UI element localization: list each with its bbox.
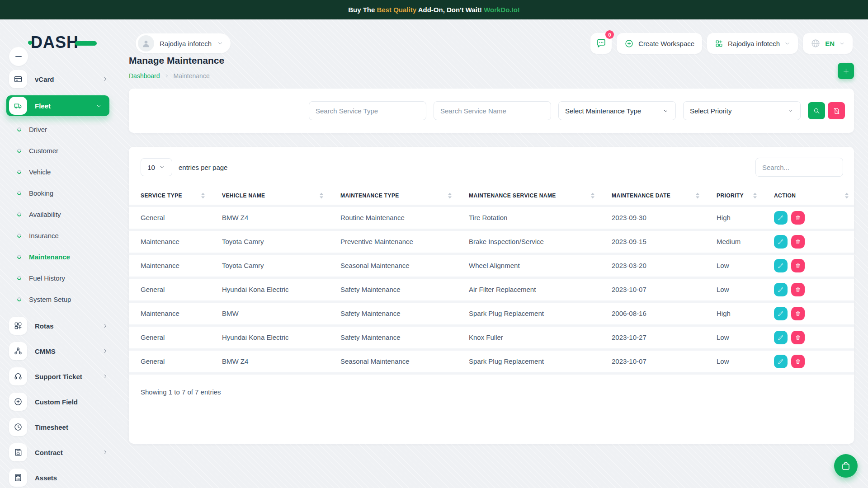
app-logo[interactable]: DASH (28, 34, 97, 51)
bullet-icon (16, 296, 22, 302)
filter-actions (808, 102, 845, 119)
table-body: GeneralBMW Z4Routine MaintenanceTire Rot… (129, 206, 854, 373)
sidebar-item-label: CMMS (35, 347, 56, 355)
add-maintenance-button[interactable] (838, 63, 854, 79)
sidebar-subitem-availability[interactable]: Availability (0, 204, 116, 225)
cell-service-type: Maintenance (129, 253, 210, 277)
cell-maintenance-date: 2023-09-30 (600, 206, 705, 230)
sidebar-item-assets[interactable]: Assets (0, 469, 116, 487)
cell-priority: Low (705, 325, 762, 349)
sidebar-item-support-ticket[interactable]: Support Ticket (0, 367, 116, 385)
sidebar-subitem-system-setup[interactable]: System Setup (0, 289, 116, 310)
cell-maintenance-date: 2023-03-20 (600, 253, 705, 277)
col-action[interactable]: ACTION (762, 187, 854, 206)
edit-button[interactable] (774, 307, 788, 320)
sidebar-item-label: Rotas (35, 322, 54, 330)
sort-icon (201, 192, 205, 198)
sidebar-item-label: Assets (35, 474, 57, 482)
delete-button[interactable] (791, 283, 805, 296)
cell-service-type: Maintenance (129, 301, 210, 325)
sidebar-subitem-vehicle[interactable]: Vehicle (0, 161, 116, 183)
priority-select[interactable]: Select Priority (683, 101, 801, 120)
company-selector[interactable]: Rajodiya infotech (707, 33, 798, 54)
sidebar-collapsed-item[interactable] (9, 47, 28, 66)
promo-text-middle: Add-On, Don't Wait! (416, 6, 484, 14)
breadcrumb-dashboard-link[interactable]: Dashboard (129, 72, 160, 80)
promo-brand-link[interactable]: WorkDo.Io! (484, 6, 520, 14)
delete-button[interactable] (791, 331, 805, 344)
col-service-type[interactable]: SERVICE TYPE (129, 187, 210, 206)
service-name-search-input[interactable] (434, 101, 551, 120)
entries-per-page-select[interactable]: 10 (141, 158, 172, 176)
table-summary: Showing 1 to 7 of 7 entries (129, 375, 854, 409)
workspace-user-selector[interactable]: Rajodiya infotech (136, 33, 231, 53)
col-maintenance-date[interactable]: MAINTENANCE DATE (600, 187, 705, 206)
sidebar-item-cmms[interactable]: CMMS (0, 342, 116, 360)
maintenance-type-select[interactable]: Select Maintenance Type (558, 101, 676, 120)
trash-icon (795, 358, 801, 365)
sidebar-subitem-booking[interactable]: Booking (0, 183, 116, 204)
sidebar-item-vcard[interactable]: vCard (0, 70, 116, 88)
truck-icon (9, 97, 27, 115)
sort-icon (320, 192, 323, 198)
table-row: MaintenanceBMWSafety MaintenanceSpark Pl… (129, 301, 854, 325)
edit-button[interactable] (774, 235, 788, 249)
col-maintenance-service-name[interactable]: MAINTENANCE SERVICE NAME (457, 187, 600, 206)
entries-per-page-value: 10 (147, 164, 155, 171)
filter-card: Select Maintenance Type Select Priority (129, 89, 854, 133)
workspace-user-name: Rajodiya infotech (160, 40, 212, 47)
sidebar-item-contract[interactable]: Contract (0, 443, 116, 461)
table-search-input[interactable] (755, 158, 843, 177)
edit-button[interactable] (774, 331, 788, 344)
chevron-down-icon (95, 103, 102, 109)
col-priority[interactable]: PRIORITY (705, 187, 762, 206)
chevron-down-icon (784, 41, 790, 47)
delete-button[interactable] (791, 259, 805, 272)
bullet-icon (16, 275, 22, 281)
col-maintenance-type[interactable]: MAINTENANCE TYPE (329, 187, 457, 206)
sidebar-subitem-customer[interactable]: Customer (0, 140, 116, 161)
edit-button[interactable] (774, 259, 788, 272)
sidebar-item-rotas[interactable]: Rotas (0, 317, 116, 335)
sidebar-subitem-maintenance[interactable]: Maintenance (0, 246, 116, 267)
cell-action (762, 325, 854, 349)
sidebar-item-timesheet[interactable]: Timesheet (0, 418, 116, 436)
cell-maintenance-type: Safety Maintenance (329, 325, 457, 349)
priority-select-value: Select Priority (690, 107, 732, 115)
sidebar-subitem-driver[interactable]: Driver (0, 119, 116, 140)
sidebar-subitem-label: Insurance (29, 232, 59, 239)
sidebar-subitem-label: System Setup (29, 296, 71, 303)
edit-button[interactable] (774, 355, 788, 368)
edit-button[interactable] (774, 283, 788, 296)
sidebar-item-custom-field[interactable]: Custom Field (0, 393, 116, 411)
col-vehicle-name[interactable]: VEHICLE NAME (210, 187, 329, 206)
sidebar-subitem-fuel-history[interactable]: Fuel History (0, 267, 116, 289)
sidebar-subitem-label: Booking (29, 189, 53, 197)
sidebar-subitem-insurance[interactable]: Insurance (0, 225, 116, 246)
filter-reset-button[interactable] (828, 102, 845, 119)
service-type-search-input[interactable] (309, 101, 426, 120)
cell-maintenance-service-name: Tire Rotation (457, 206, 600, 230)
cell-maintenance-type: Seasonal Maintenance (329, 349, 457, 373)
cell-maintenance-date: 2023-09-15 (600, 230, 705, 253)
trash-icon (795, 334, 801, 341)
edit-button[interactable] (774, 211, 788, 225)
sidebar-item-fleet[interactable]: Fleet (6, 95, 109, 116)
buy-now-fab[interactable] (834, 454, 858, 478)
messages-button[interactable]: 0 (590, 33, 612, 54)
promo-banner: Buy The Best Quality Add-On, Don't Wait!… (0, 0, 868, 19)
delete-button[interactable] (791, 211, 805, 225)
header-actions: 0 Create Workspace Rajodiya infotech EN (590, 33, 853, 54)
delete-button[interactable] (791, 235, 805, 249)
plus-circle-icon (624, 39, 634, 48)
create-workspace-button[interactable]: Create Workspace (617, 33, 702, 54)
filter-search-button[interactable] (808, 102, 825, 119)
maintenance-table: SERVICE TYPE VEHICLE NAME MAINTENANCE TY… (129, 187, 854, 375)
workspace-grid-icon (715, 39, 723, 48)
entries-per-page: 10 entries per page (141, 158, 227, 176)
language-selector[interactable]: EN (803, 33, 853, 54)
delete-button[interactable] (791, 355, 805, 368)
delete-button[interactable] (791, 307, 805, 320)
pencil-icon (778, 358, 784, 365)
promo-highlight: Best Quality (377, 6, 417, 14)
